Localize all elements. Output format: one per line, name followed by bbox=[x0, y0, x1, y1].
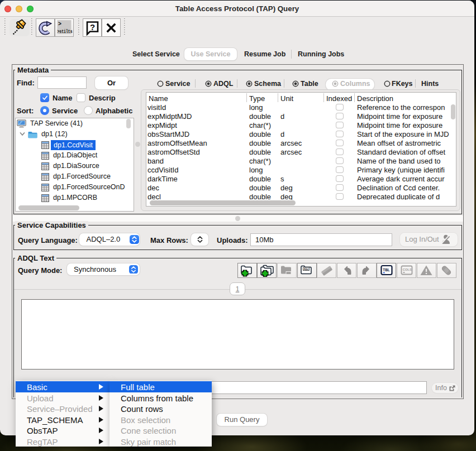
svg-text:>stilts: >stilts bbox=[58, 28, 73, 35]
svg-text:TBL: TBL bbox=[383, 268, 390, 272]
svg-text:>: > bbox=[58, 21, 61, 27]
svg-text:COLS: COLS bbox=[402, 268, 411, 271]
svg-text:?: ? bbox=[90, 22, 95, 31]
svg-text:Abc: Abc bbox=[304, 268, 309, 271]
